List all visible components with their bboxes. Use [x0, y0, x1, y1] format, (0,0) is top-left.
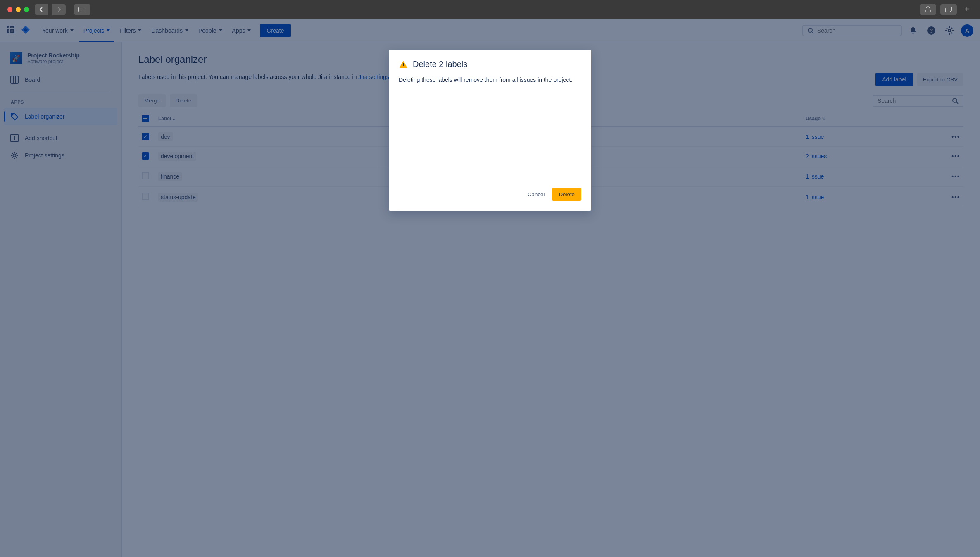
- confirm-delete-button[interactable]: Delete: [552, 188, 581, 201]
- cancel-button[interactable]: Cancel: [522, 188, 551, 201]
- sidebar-toggle-button[interactable]: [74, 4, 90, 15]
- window-close-icon[interactable]: [7, 7, 12, 12]
- svg-rect-0: [79, 7, 86, 12]
- tabs-button[interactable]: [940, 4, 957, 15]
- svg-rect-19: [403, 63, 404, 66]
- window-zoom-icon[interactable]: [24, 7, 29, 12]
- svg-rect-3: [947, 7, 952, 11]
- modal-body: Deleting these labels will remove them f…: [399, 76, 581, 180]
- modal-overlay[interactable]: Delete 2 labels Deleting these labels wi…: [0, 19, 980, 557]
- modal-title: Delete 2 labels: [413, 60, 467, 69]
- new-tab-button[interactable]: +: [961, 5, 973, 14]
- svg-rect-20: [403, 67, 404, 67]
- warning-icon: [399, 60, 408, 69]
- back-button[interactable]: [35, 4, 48, 15]
- nav-back-forward: [35, 4, 70, 15]
- window-minimize-icon[interactable]: [16, 7, 21, 12]
- share-button[interactable]: [920, 4, 936, 15]
- delete-labels-modal: Delete 2 labels Deleting these labels wi…: [389, 50, 591, 211]
- window-titlebar: +: [0, 0, 980, 19]
- forward-button[interactable]: [52, 4, 66, 15]
